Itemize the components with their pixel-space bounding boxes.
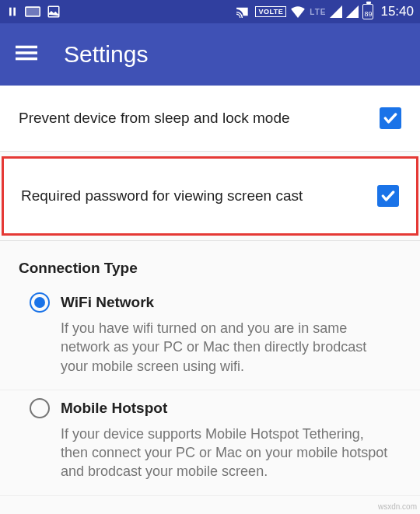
svg-rect-1: [13, 8, 16, 16]
menu-icon[interactable]: [16, 42, 37, 67]
cast-icon: [25, 6, 40, 17]
lte-label: LTE: [310, 8, 326, 16]
radio-description: If you have wifi turned on and you are i…: [30, 313, 401, 376]
svg-rect-5: [16, 46, 37, 49]
setting-label: Required password for viewing screen cas…: [21, 187, 303, 205]
radio-mobile-hotspot[interactable]: Mobile Hotspot If your device supports M…: [0, 390, 420, 496]
status-bar: VOLTE LTE 89 15:40: [0, 0, 420, 23]
signal-icon-2: [346, 5, 359, 18]
checkbox-require-password[interactable]: [377, 185, 399, 207]
svg-rect-3: [27, 9, 39, 15]
checkbox-prevent-sleep[interactable]: [380, 107, 401, 129]
battery-level: 89: [364, 11, 372, 19]
status-right: VOLTE LTE 89 15:40: [236, 4, 414, 19]
page-title: Settings: [64, 41, 148, 68]
svg-rect-6: [16, 51, 37, 54]
watermark: wsxdn.com: [378, 502, 417, 511]
battery-icon: 89: [362, 4, 373, 19]
radio-icon-unselected: [30, 398, 50, 418]
image-icon: [47, 5, 61, 19]
app-bar: Settings: [0, 23, 420, 86]
setting-label: Prevent device from sleep and lock mode: [19, 110, 290, 127]
cast-status-icon: [236, 5, 251, 18]
radio-description: If your device supports Mobile Hotspot T…: [30, 418, 401, 481]
status-left: [6, 5, 61, 19]
pause-icon: [6, 5, 19, 18]
content: Prevent device from sleep and lock mode …: [0, 86, 420, 496]
radio-wifi-network[interactable]: WiFi Network If you have wifi turned on …: [0, 285, 420, 390]
svg-rect-7: [16, 58, 37, 61]
setting-prevent-sleep[interactable]: Prevent device from sleep and lock mode: [0, 86, 420, 152]
radio-icon-selected: [30, 292, 50, 313]
section-header-connection-type: Connection Type: [0, 241, 420, 285]
clock: 15:40: [380, 4, 414, 19]
radio-title: WiFi Network: [61, 294, 154, 311]
radio-title: Mobile Hotspot: [61, 400, 167, 417]
signal-icon: [330, 5, 342, 18]
svg-rect-0: [9, 8, 12, 16]
setting-require-password[interactable]: Required password for viewing screen cas…: [4, 159, 416, 233]
volte-badge: VOLTE: [255, 6, 286, 17]
wifi-icon: [290, 5, 306, 18]
highlight-box: Required password for viewing screen cas…: [2, 156, 418, 236]
